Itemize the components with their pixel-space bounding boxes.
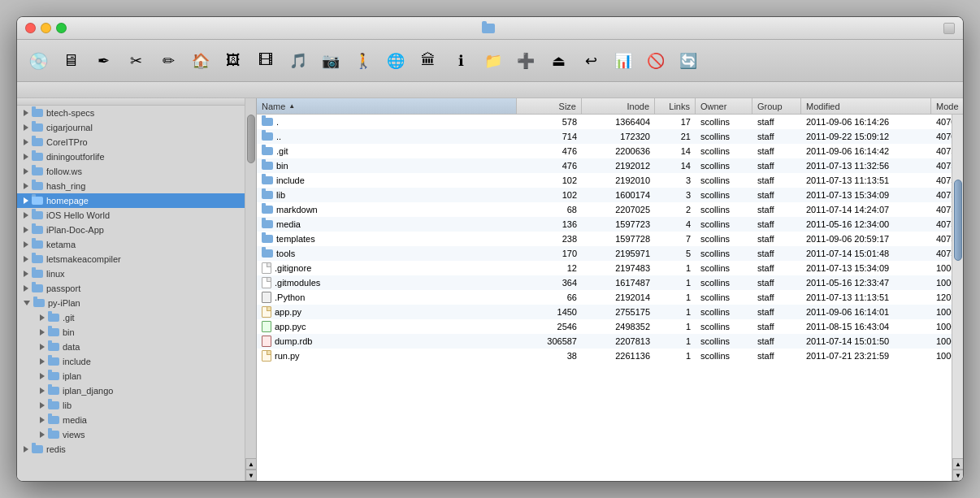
sidebar-item-redis[interactable]: redis	[17, 442, 256, 457]
toolbar-icon-plus[interactable]: ➕	[511, 46, 540, 76]
sidebar-item-views[interactable]: views	[17, 427, 256, 442]
maximize-button[interactable]	[56, 23, 67, 33]
file-cell-owner: scollins	[696, 217, 752, 232]
table-row[interactable]: app.py 1450 2755175 1 scollins staff 201…	[257, 305, 963, 319]
sidebar-item-hash_ring[interactable]: hash_ring	[17, 179, 256, 193]
sidebar-scroll-down-arrow[interactable]: ▼	[245, 470, 257, 481]
sidebar-item-data[interactable]: data	[17, 340, 256, 354]
sidebar-item-passport[interactable]: passport	[17, 281, 256, 296]
file-cell-size: 476	[517, 144, 582, 158]
toolbar-icon-computer[interactable]: 🖥	[56, 46, 85, 76]
sidebar-item-ios_hello_world[interactable]: iOS Hello World	[17, 208, 256, 223]
file-cell-inode: 2498352	[582, 319, 655, 334]
sidebar-item-include[interactable]: include	[17, 354, 256, 369]
sidebar-scrollbar-thumb[interactable]	[247, 115, 255, 163]
table-row[interactable]: tools 170 2195971 5 scollins staff 2011-…	[257, 246, 963, 261]
file-cell-inode: 1366404	[582, 115, 655, 129]
sidebar-item-iplan-doc-app[interactable]: iPlan-Doc-App	[17, 223, 256, 237]
toolbar-icon-wallpaper[interactable]: 🖼	[219, 46, 248, 76]
file-cell-links: 1	[655, 319, 696, 334]
sidebar-item-media[interactable]: media	[17, 413, 256, 427]
close-button[interactable]	[25, 23, 36, 33]
sidebar-item-lib[interactable]: lib	[17, 398, 256, 413]
file-cell-size: 102	[517, 173, 582, 188]
sidebar-item-coreitpro[interactable]: CoreITPro	[17, 135, 256, 149]
toolbar-icon-home[interactable]: 🏠	[186, 46, 215, 76]
sidebar-item-follow.ws[interactable]: follow.ws	[17, 164, 256, 179]
sidebar-item-ketama[interactable]: ketama	[17, 237, 256, 252]
sidebar-item-label: homepage	[46, 196, 89, 206]
toolbar-icon-camera[interactable]: 📷	[316, 46, 345, 76]
sidebar-item-btech-specs[interactable]: btech-specs	[17, 106, 256, 120]
table-row[interactable]: .Python 66 2192014 1 scollins staff 2011…	[257, 290, 963, 305]
table-row[interactable]: .git 476 2200636 14 scollins staff 2011-…	[257, 144, 963, 158]
sidebar-item-iplan[interactable]: iplan	[17, 369, 256, 383]
file-list-scrollbar[interactable]: ▲ ▼	[952, 115, 963, 481]
table-row[interactable]: . 578 1366404 17 scollins staff 2011-09-…	[257, 115, 963, 129]
sidebar-item-iplan_django[interactable]: iplan_django	[17, 383, 256, 398]
sidebar-item-homepage[interactable]: homepage	[17, 193, 256, 208]
sidebar-item-letsmakeacompiler[interactable]: letsmakeacompiler	[17, 252, 256, 266]
table-row[interactable]: app.pyc 2546 2498352 1 scollins staff 20…	[257, 319, 963, 334]
toolbar-icon-refresh[interactable]: 🔄	[674, 46, 703, 76]
table-row[interactable]: .gitignore 12 2197483 1 scollins staff 2…	[257, 261, 963, 275]
file-list-scroll-up-arrow[interactable]: ▲	[952, 458, 963, 470]
folder-icon	[32, 211, 43, 219]
sidebar-scrollbar[interactable]: ▲ ▼	[245, 98, 256, 481]
file-cell-inode: 2195971	[582, 246, 655, 261]
toolbar-icon-info[interactable]: ℹ	[446, 46, 475, 76]
col-header-size[interactable]: Size	[517, 98, 582, 114]
toolbar-icon-new-folder[interactable]: 📁	[479, 46, 508, 76]
table-row[interactable]: .gitmodules 364 1617487 1 scollins staff…	[257, 275, 963, 290]
table-row[interactable]: markdown 68 2207025 2 scollins staff 201…	[257, 202, 963, 217]
col-header-mode[interactable]: Mode	[931, 98, 963, 114]
file-list-scrollbar-thumb[interactable]	[954, 180, 962, 261]
table-row[interactable]: media 136 1597723 4 scollins staff 2011-…	[257, 217, 963, 232]
sidebar-item-diningoutforlife[interactable]: diningoutforlife	[17, 149, 256, 164]
sidebar-scroll-up-arrow[interactable]: ▲	[245, 458, 257, 470]
toolbar-icon-movie[interactable]: 🎞	[251, 46, 280, 76]
file-cell-size: 1450	[517, 305, 582, 319]
resize-button[interactable]	[943, 23, 955, 34]
col-header-name[interactable]: Name ▲	[257, 98, 517, 114]
sidebar-item-cigarjournal[interactable]: cigarjournal	[17, 120, 256, 135]
col-header-group[interactable]: Group	[752, 98, 801, 114]
toolbar-icon-person[interactable]: 🚶	[349, 46, 378, 76]
toolbar-icon-eject[interactable]: ⏏	[544, 46, 573, 76]
toolbar-icon-finder[interactable]: 🏛	[414, 46, 443, 76]
file-cell-inode: 2755175	[582, 305, 655, 319]
table-row[interactable]: include 102 2192010 3 scollins staff 201…	[257, 173, 963, 188]
table-row[interactable]: lib 102 1600174 3 scollins staff 2011-07…	[257, 188, 963, 202]
file-cell-modified: 2011-09-22 15:09:12	[801, 129, 931, 144]
file-cell-links: 1	[655, 261, 696, 275]
toolbar-icon-pencil[interactable]: ✏	[154, 46, 183, 76]
file-list-scroll-down-arrow[interactable]: ▼	[952, 470, 963, 481]
toolbar-icon-scissors[interactable]: ✂	[121, 46, 150, 76]
table-row[interactable]: .. 714 172320 21 scollins staff 2011-09-…	[257, 129, 963, 144]
table-row[interactable]: run.py 38 2261136 1 scollins staff 2011-…	[257, 349, 963, 363]
toolbar-icon-disk[interactable]: 💿	[24, 46, 53, 76]
toolbar-icon-text[interactable]: ✒	[89, 46, 118, 76]
toolbar-icon-bar[interactable]: 📊	[609, 46, 638, 76]
sidebar-item-py-iplan[interactable]: py-iPlan	[17, 296, 256, 310]
titlebar	[17, 17, 963, 40]
file-cell-inode: 2207813	[582, 334, 655, 349]
table-row[interactable]: bin 476 2192012 14 scollins staff 2011-0…	[257, 158, 963, 173]
col-header-owner[interactable]: Owner	[696, 98, 752, 114]
toolbar-icon-music[interactable]: 🎵	[284, 46, 313, 76]
col-header-inode[interactable]: Inode	[582, 98, 655, 114]
toolbar-icon-stop[interactable]: 🚫	[641, 46, 670, 76]
sidebar-item-linux[interactable]: linux	[17, 266, 256, 281]
file-cell-modified: 2011-07-13 11:13:51	[801, 290, 931, 305]
sidebar-item-.git[interactable]: .git	[17, 310, 256, 325]
table-row[interactable]: templates 238 1597728 7 scollins staff 2…	[257, 232, 963, 246]
toolbar-icon-undo[interactable]: ↩	[576, 46, 605, 76]
col-header-modified[interactable]: Modified	[801, 98, 931, 114]
col-header-links[interactable]: Links	[655, 98, 696, 114]
minimize-button[interactable]	[41, 23, 51, 33]
table-row[interactable]: dump.rdb 306587 2207813 1 scollins staff…	[257, 334, 963, 349]
file-cell-owner: scollins	[696, 290, 752, 305]
toolbar-icon-globe[interactable]: 🌐	[381, 46, 410, 76]
file-cell-size: 238	[517, 232, 582, 246]
sidebar-item-bin[interactable]: bin	[17, 325, 256, 340]
